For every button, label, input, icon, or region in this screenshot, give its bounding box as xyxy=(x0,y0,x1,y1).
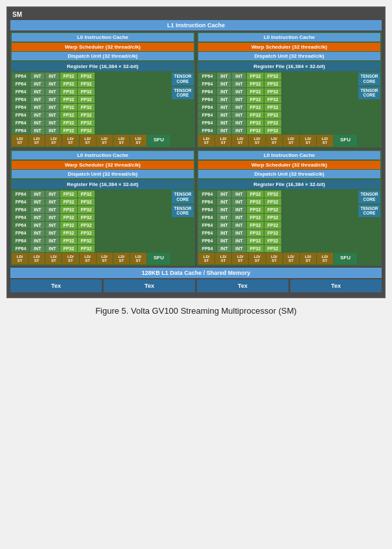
tensor-core-5: TENSORCORE xyxy=(172,191,194,204)
ld-st-cell: LD/ST xyxy=(45,135,62,146)
tensor-core-3: TENSORCORE xyxy=(358,73,380,86)
tensor-core-8: TENSORCORE xyxy=(358,205,380,218)
tex-unit-3: Tex xyxy=(197,279,288,292)
fp32-cell: FP32 xyxy=(60,119,77,126)
int-cell: INT xyxy=(45,119,60,126)
q4-dispatch-unit: Dispatch Unit (32 thread/clk) xyxy=(198,170,380,178)
table-row: FP64 INT INT FP32 FP32 xyxy=(198,111,357,119)
int-cell: INT xyxy=(45,88,60,95)
tensor-core-2: TENSORCORE xyxy=(172,87,194,100)
sm-diagram: SM L1 Instruction Cache L0 Instruction C… xyxy=(6,6,386,298)
int-cell: INT xyxy=(45,104,60,111)
table-row: FP64 INT INT FP32 FP32 xyxy=(12,206,170,213)
table-row: FP64 INT INT FP32 FP32 xyxy=(12,214,170,221)
fp64-cell: FP64 xyxy=(12,111,30,119)
table-row: FP64 INT INT FP32 FP32 xyxy=(12,88,170,95)
table-row: FP64 INT INT FP32 FP32 xyxy=(198,88,357,95)
table-row: FP64 INT INT FP32 FP32 xyxy=(198,96,357,103)
q4-register-file: Register File (16,384 × 32-bit) xyxy=(198,180,380,189)
fp32-cell: FP32 xyxy=(78,73,95,80)
fp32-cell: FP32 xyxy=(247,73,264,80)
fp32-cell: FP32 xyxy=(78,80,95,88)
q2-l0-cache: L0 Instruction Cache xyxy=(198,33,380,41)
int-cell: INT xyxy=(45,127,60,134)
table-row: FP64 INT INT FP32 FP32 xyxy=(12,237,170,244)
fp64-cell: FP64 xyxy=(198,73,216,80)
q3-register-file: Register File (16,384 × 32-bit) xyxy=(12,180,194,189)
q3-warp-scheduler: Warp Scheduler (32 thread/clk) xyxy=(12,161,194,169)
q4-warp-scheduler: Warp Scheduler (32 thread/clk) xyxy=(198,161,380,169)
q1-cores-area: FP64 INT INT FP32 FP32 FP64 INT INT FP32… xyxy=(12,73,194,146)
tensor-core-6: TENSORCORE xyxy=(172,205,194,218)
table-row: FP64 INT INT FP32 FP32 xyxy=(198,245,357,252)
fp32-cell: FP32 xyxy=(78,111,95,119)
int-cell: INT xyxy=(217,73,231,80)
table-row: FP64 INT INT FP32 FP32 xyxy=(198,198,357,205)
fp64-cell: FP64 xyxy=(12,80,30,88)
q2-tensor-cores: TENSORCORE TENSORCORE xyxy=(358,73,380,146)
q2-cores-area: FP64 INT INT FP32 FP32 FP64 INT INT FP32… xyxy=(198,73,380,146)
q1-dispatch-unit: Dispatch Unit (32 thread/clk) xyxy=(12,52,194,60)
q3-cores-area: FP64 INT INT FP32 FP32 FP64 INT INT FP32… xyxy=(12,191,194,264)
int-cell: INT xyxy=(45,96,60,103)
fp32-cell: FP32 xyxy=(60,80,77,88)
fp64-cell: FP64 xyxy=(12,73,30,80)
ld-st-row: LD/ST LD/ST LD/ST LD/ST LD/ST LD/ST LD/S… xyxy=(12,253,170,264)
q1-register-file: Register File (16,384 × 32-bit) xyxy=(12,62,194,71)
fp64-cell: FP64 xyxy=(12,104,30,111)
table-row: FP64 INT INT FP32 FP32 xyxy=(12,80,170,88)
fp32-cell: FP32 xyxy=(78,104,95,111)
q4-cores-area: FP64 INT INT FP32 FP32 FP64 INT INT FP32… xyxy=(198,191,380,264)
int-cell: INT xyxy=(45,73,60,80)
fp64-cell: FP64 xyxy=(12,119,30,126)
table-row: FP64 INT INT FP32 FP32 xyxy=(198,80,357,88)
table-row: FP64 INT INT FP32 FP32 xyxy=(198,119,357,126)
table-row: FP64 INT INT FP32 FP32 xyxy=(198,104,357,111)
fp32-cell: FP32 xyxy=(78,88,95,95)
table-row: FP64 INT INT FP32 FP32 xyxy=(12,245,170,252)
ld-st-row: LD/ST LD/ST LD/ST LD/ST LD/ST LD/ST LD/S… xyxy=(198,135,357,146)
int-cell: INT xyxy=(30,88,45,95)
q2-register-file: Register File (16,384 × 32-bit) xyxy=(198,62,380,71)
tex-unit-1: Tex xyxy=(10,279,102,292)
table-row: FP64 INT INT FP32 FP32 xyxy=(198,214,357,221)
q1-tensor-cores: TENSORCORE TENSORCORE xyxy=(172,73,194,146)
int-cell: INT xyxy=(30,111,45,119)
tensor-core-1: TENSORCORE xyxy=(172,73,194,86)
fp32-cell: FP32 xyxy=(60,73,77,80)
ld-st-cell: LD/ST xyxy=(12,135,28,146)
q3-cores-left: FP64 INT INT FP32 FP32 FP64 INT INT FP32… xyxy=(12,191,170,264)
tex-unit-2: Tex xyxy=(104,279,195,292)
int-cell: INT xyxy=(45,111,60,119)
q2-dispatch-unit: Dispatch Unit (32 thread/clk) xyxy=(198,52,380,60)
fp64-cell: FP64 xyxy=(12,96,30,103)
figure-caption: Figure 5. Volta GV100 Streaming Multipro… xyxy=(95,306,297,316)
table-row: FP64 INT INT FP32 FP32 xyxy=(12,111,170,119)
fp32-cell: FP32 xyxy=(60,88,77,95)
fp32-cell: FP32 xyxy=(78,127,95,134)
sm-label: SM xyxy=(10,10,382,19)
tensor-core-7: TENSORCORE xyxy=(358,191,380,204)
quadrant-1: L0 Instruction Cache Warp Scheduler (32 … xyxy=(10,32,195,148)
quadrants-grid: L0 Instruction Cache Warp Scheduler (32 … xyxy=(10,32,382,266)
quadrant-3: L0 Instruction Cache Warp Scheduler (32 … xyxy=(10,150,195,266)
ld-st-cell: LD/ST xyxy=(62,135,78,146)
table-row: FP64 INT INT FP32 FP32 xyxy=(12,198,170,205)
fp64-cell: FP64 xyxy=(12,88,30,95)
fp32-cell: FP32 xyxy=(78,119,95,126)
tex-row: Tex Tex Tex Tex xyxy=(10,279,382,292)
int-cell: INT xyxy=(30,80,45,88)
q1-l0-cache: L0 Instruction Cache xyxy=(12,33,194,41)
ld-st-cell: LD/ST xyxy=(80,135,96,146)
table-row: FP64 INT INT FP32 FP32 xyxy=(198,237,357,244)
ld-st-cell: LD/ST xyxy=(97,135,113,146)
quadrant-2: L0 Instruction Cache Warp Scheduler (32 … xyxy=(197,32,382,148)
q3-l0-cache: L0 Instruction Cache xyxy=(12,151,194,159)
table-row: FP64 INT INT FP32 FP32 xyxy=(12,222,170,229)
int-cell: INT xyxy=(30,73,45,80)
quadrant-4: L0 Instruction Cache Warp Scheduler (32 … xyxy=(197,150,382,266)
q1-cores-left: FP64 INT INT FP32 FP32 FP64 INT INT FP32… xyxy=(12,73,170,146)
fp32-cell: FP32 xyxy=(60,104,77,111)
q2-cores-left: FP64 INT INT FP32 FP32 FP64 INT INT FP32… xyxy=(198,73,357,146)
int-cell: INT xyxy=(45,80,60,88)
